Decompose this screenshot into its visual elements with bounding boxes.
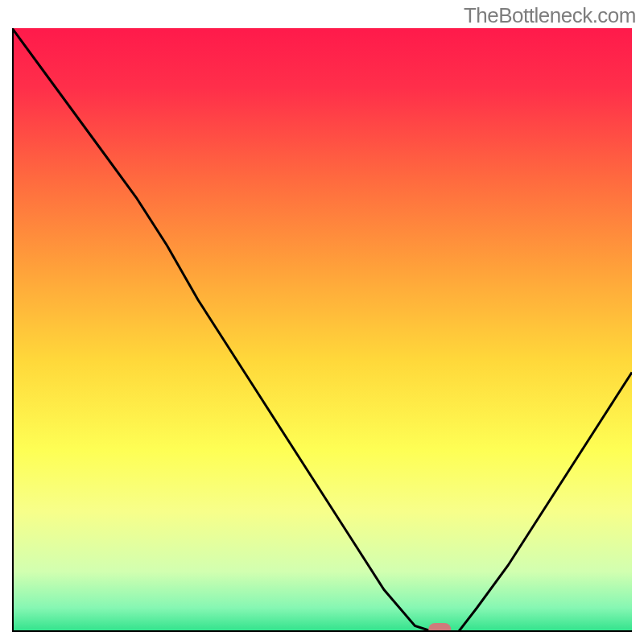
gradient-background — [12, 28, 632, 632]
bottleneck-plot — [12, 28, 632, 632]
attribution-label: TheBottleneck.com — [464, 3, 636, 28]
chart-container: TheBottleneck.com — [0, 0, 644, 644]
